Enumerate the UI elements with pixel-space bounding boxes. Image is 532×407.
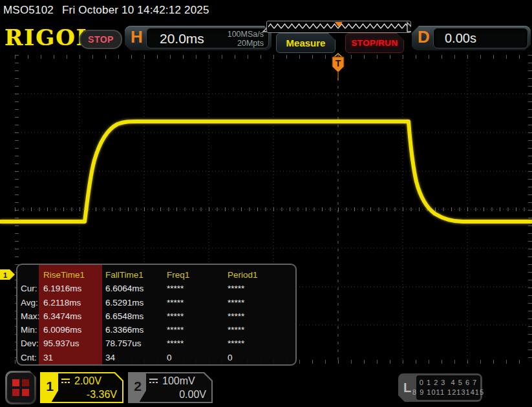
measure-value: 0 <box>228 351 295 365</box>
row-label: Min: <box>17 324 43 337</box>
channel2-status-box[interactable]: 2 100mV 0.00V <box>128 372 213 403</box>
measure-value: 31 <box>43 351 105 365</box>
measure-value: ***** <box>228 282 295 296</box>
measure-value: 95.937us <box>43 337 105 351</box>
measurement-panel[interactable]: RiseTime1 FallTime1 Freq1 Period1 Cur: 6… <box>16 264 297 366</box>
measure-value: ***** <box>167 310 228 324</box>
dc-coupling-icon <box>149 378 159 384</box>
measure-value: ***** <box>228 310 295 324</box>
trigger-marker-label: T <box>335 58 341 68</box>
grid-menu-icon <box>7 373 34 402</box>
channel2-scale: 100mV <box>162 374 195 388</box>
grid-menu-button[interactable] <box>5 371 36 404</box>
logic-channels-row2: 8 9 1011 12131415 <box>412 388 484 397</box>
measure-col-freq: Freq1 <box>167 269 228 282</box>
measure-value: ***** <box>167 324 228 337</box>
measure-value: 6.2118ms <box>43 297 105 310</box>
logic-channels-row1: 0 1 2 3 4 5 6 7 <box>420 378 477 388</box>
channel1-scale: 2.00V <box>74 374 101 388</box>
measure-value: ***** <box>167 282 228 296</box>
measure-value: 6.6064ms <box>105 282 167 296</box>
measure-value: 6.6548ms <box>105 310 167 324</box>
oscilloscope-screen: MSO5102 Fri October 10 14:42:12 2025 RIG… <box>0 0 532 407</box>
trigger-marker[interactable]: T <box>332 54 344 80</box>
measure-col-risetime: RiseTime1 <box>43 269 105 282</box>
measure-value: 6.3366ms <box>105 324 167 337</box>
measure-value: 6.0096ms <box>43 324 105 337</box>
measure-value: 6.5291ms <box>105 297 167 310</box>
measure-value: ***** <box>228 324 295 337</box>
row-label: Cur: <box>17 282 43 296</box>
measure-value: 6.3474ms <box>43 310 105 324</box>
measure-value: ***** <box>167 297 228 310</box>
measurement-grid: RiseTime1 FallTime1 Freq1 Period1 Cur: 6… <box>17 265 295 364</box>
channel1-position-marker[interactable]: 1 <box>0 269 15 280</box>
channel1-offset: -3.36V <box>61 388 120 401</box>
channel1-status-box[interactable]: 1 2.00V -3.36V <box>40 372 123 403</box>
row-label: Avg: <box>17 297 43 310</box>
measure-col-period: Period1 <box>228 269 295 282</box>
row-label: Dev: <box>17 337 43 351</box>
measure-value: 6.1916ms <box>43 282 105 296</box>
measure-value: ***** <box>228 337 295 351</box>
row-label: Cnt: <box>17 351 43 365</box>
logic-channels-box[interactable]: L 0 1 2 3 4 5 6 7 8 9 1011 12131415 <box>398 373 482 402</box>
channel2-offset: 0.00V <box>149 388 209 401</box>
measure-value: 34 <box>105 351 167 365</box>
measure-value: ***** <box>228 297 295 310</box>
measure-col-falltime: FallTime1 <box>105 269 167 282</box>
channel1-marker-label: 1 <box>3 271 7 279</box>
dc-coupling-icon <box>61 378 71 384</box>
measure-value: 0 <box>167 351 228 365</box>
row-label: Max: <box>17 310 43 324</box>
measure-value: ***** <box>167 337 228 351</box>
measure-value: 78.757us <box>105 337 167 351</box>
